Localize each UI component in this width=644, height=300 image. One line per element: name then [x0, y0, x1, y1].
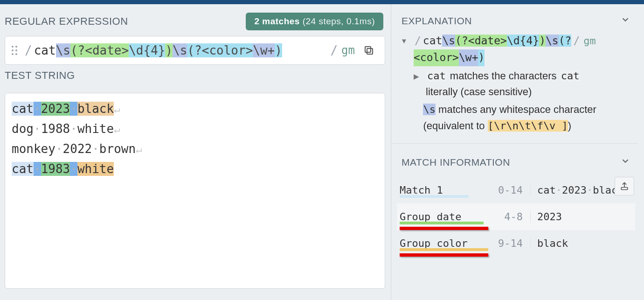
teststring-line: cat·1983·white [12, 159, 378, 179]
regex-input-box[interactable]: / cat\s(?<date>\d{4})\s(?<color>\w+) / g… [5, 36, 385, 65]
regex-text[interactable]: cat\s(?<date>\d{4})\s(?<color>\w+) [34, 43, 329, 57]
regex-close-slash: / [328, 43, 339, 57]
copy-regex-button[interactable] [360, 41, 378, 60]
match-row[interactable]: Match 10-14cat·2023·black [397, 177, 635, 203]
teststring-line: dog·1988·white↵ [12, 119, 378, 139]
teststring-title: TEST STRING [5, 70, 75, 82]
regex-section-header: REGULAR EXPRESSION 2 matches (24 steps, … [5, 8, 385, 36]
matchinfo-panel-header[interactable]: MATCH INFORMATION [391, 146, 638, 174]
chevron-down-icon [620, 156, 630, 168]
match-row[interactable]: Group date4-82023 [397, 203, 635, 230]
caret-right-icon[interactable]: ▶ [414, 68, 421, 82]
teststring-input[interactable]: cat·2023·black↵dog·1988·white↵monkey·202… [5, 93, 385, 289]
explanation-flags: gm [582, 33, 601, 49]
teststring-line: monkey·2022·brown↵ [12, 139, 378, 159]
caret-down-icon[interactable]: ▼ [401, 33, 408, 46]
regex-title: REGULAR EXPRESSION [5, 15, 128, 28]
teststring-section-header: TEST STRING [5, 65, 385, 87]
exp-token-cat: cat [426, 70, 447, 82]
matchinfo-list: Match 10-14cat·2023·blackGroup date4-820… [391, 174, 638, 300]
app-topbar [0, 0, 644, 4]
chevron-down-icon [620, 14, 630, 27]
export-matches-button[interactable] [615, 177, 634, 195]
match-row[interactable]: Group color9-14black [397, 230, 635, 257]
svg-rect-2 [621, 188, 627, 190]
drag-handle-icon[interactable] [12, 44, 17, 57]
matchinfo-title: MATCH INFORMATION [402, 157, 510, 168]
regex-open-slash: / [23, 43, 34, 57]
teststring-line: cat·2023·black↵ [12, 99, 378, 119]
explanation-panel-header[interactable]: EXPLANATION [391, 4, 638, 33]
match-count-pill: 2 matches (24 steps, 0.1ms) [246, 13, 383, 30]
explanation-title: EXPLANATION [402, 15, 472, 27]
explanation-content: ▼ / cat\s(?<date>\d{4})\s(? / gm <color>… [401, 33, 635, 136]
regex-flags[interactable]: gm [339, 44, 360, 57]
exp-token-s: \s [423, 104, 436, 115]
svg-rect-1 [365, 47, 371, 52]
svg-rect-0 [367, 49, 373, 54]
